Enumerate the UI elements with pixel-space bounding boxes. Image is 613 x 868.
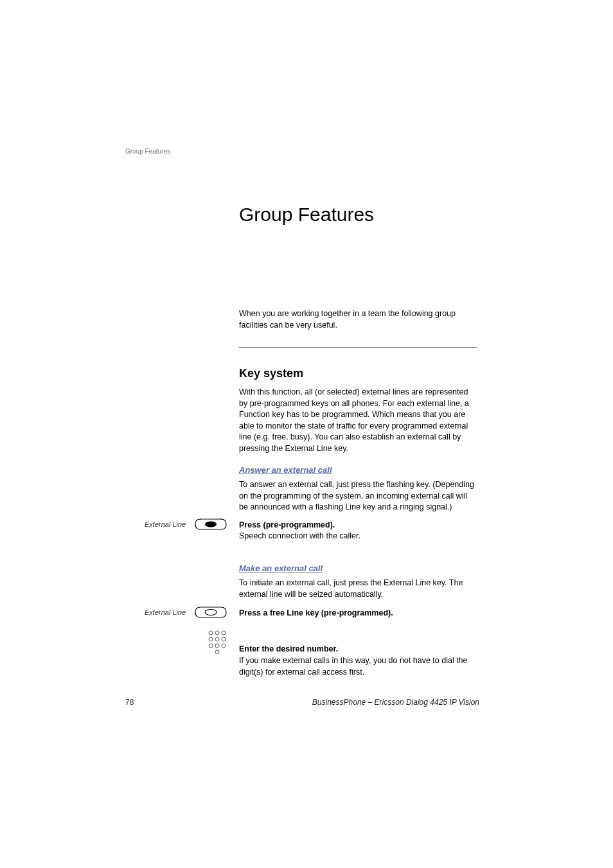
page-title: Group Features bbox=[239, 204, 374, 226]
external-line-label-1: External Line bbox=[145, 520, 186, 528]
intro-text: When you are working together in a team … bbox=[239, 308, 477, 331]
footer-product-name: BusinessPhone – Ericsson Dialog 4425 IP … bbox=[312, 698, 479, 707]
svg-point-13 bbox=[215, 644, 219, 648]
svg-point-6 bbox=[209, 631, 213, 635]
subheading-make-external-call[interactable]: Make an external call bbox=[239, 563, 323, 573]
external-line-label-2: External Line bbox=[145, 608, 186, 616]
svg-point-9 bbox=[209, 637, 213, 641]
section-heading-key-system: Key system bbox=[239, 367, 303, 380]
press-pre-programmed-1-body: Speech connection with the caller. bbox=[239, 531, 477, 540]
page-number: 78 bbox=[125, 698, 134, 707]
subbody-answer-external-call: To answer an external call, just press t… bbox=[239, 479, 477, 513]
section-body-key-system: With this function, all (or selected) ex… bbox=[239, 387, 477, 454]
svg-point-7 bbox=[215, 631, 219, 635]
running-header: Group Features bbox=[125, 148, 170, 155]
line-key-icon bbox=[194, 607, 227, 618]
svg-point-10 bbox=[215, 637, 219, 641]
horizontal-rule bbox=[239, 347, 477, 348]
press-free-line-key: Press a free Line key (pre-programmed). bbox=[239, 608, 393, 617]
svg-point-15 bbox=[215, 650, 219, 654]
line-key-flashing-icon bbox=[194, 518, 227, 530]
subheading-answer-external-call[interactable]: Answer an external call bbox=[239, 465, 332, 475]
enter-desired-number-body: If you make external calls in this way, … bbox=[239, 655, 477, 678]
svg-point-0 bbox=[205, 522, 217, 527]
svg-point-14 bbox=[222, 644, 226, 648]
svg-point-5 bbox=[205, 610, 217, 616]
enter-desired-number: Enter the desired number. bbox=[239, 644, 338, 653]
keypad-icon bbox=[208, 630, 227, 654]
svg-point-12 bbox=[209, 644, 213, 648]
svg-point-11 bbox=[222, 637, 226, 641]
subbody-make-external-call: To initiate an external call, just press… bbox=[239, 578, 477, 600]
svg-point-8 bbox=[222, 631, 226, 635]
press-pre-programmed-1: Press (pre-programmed). bbox=[239, 520, 335, 529]
